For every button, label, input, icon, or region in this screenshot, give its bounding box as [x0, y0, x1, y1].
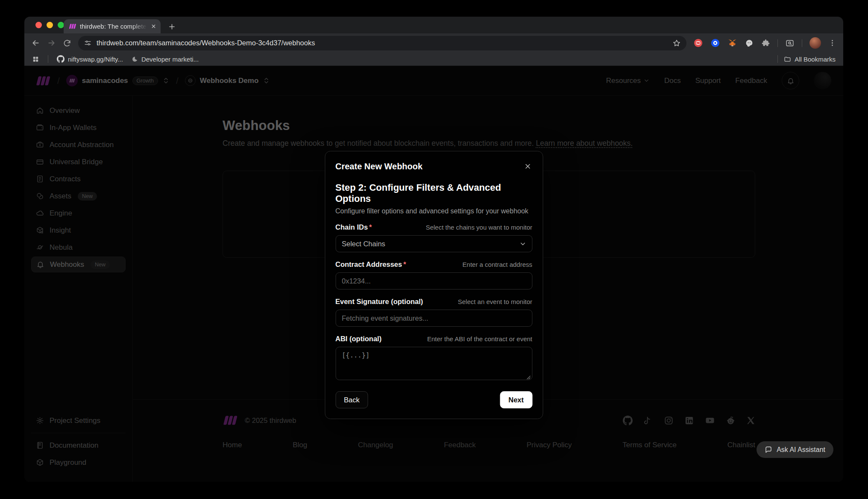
phantom-extension-icon[interactable]	[745, 38, 754, 48]
bookmark-item-niftyswap[interactable]: niftyswap.gg/Nifty...	[57, 55, 123, 63]
all-bookmarks-label: All Bookmarks	[795, 56, 836, 63]
github-icon	[57, 55, 65, 63]
contract-addresses-input[interactable]	[335, 272, 532, 289]
forward-icon[interactable]	[47, 38, 56, 47]
abi-helper: Enter the ABI of the contract or event	[427, 335, 532, 343]
chain-ids-label: Chain IDs*	[335, 223, 372, 231]
abi-label: ABI (optional)	[335, 335, 381, 343]
browser-tabstrip: thirdweb: The complete web3	[24, 17, 843, 33]
browser-menu-icon[interactable]	[828, 39, 836, 47]
metamask-extension-icon[interactable]	[727, 38, 737, 48]
zoom-window-button[interactable]	[58, 22, 64, 28]
new-tab-button[interactable]	[168, 23, 176, 31]
event-signature-helper: Select an event to monitor	[458, 298, 532, 305]
bookmark-label: Developer marketi...	[141, 56, 199, 63]
modal-step-title: Step 2: Configure Filters & Advanced Opt…	[335, 182, 532, 204]
back-icon[interactable]	[31, 38, 40, 47]
chat-bubble-icon	[765, 446, 772, 454]
select-chains-dropdown[interactable]: Select Chains	[335, 235, 532, 252]
bookmark-star-icon[interactable]	[672, 39, 681, 47]
toolbar-separator	[802, 39, 802, 47]
back-button[interactable]: Back	[335, 391, 368, 408]
all-bookmarks-button[interactable]: All Bookmarks	[784, 56, 836, 63]
site-settings-icon[interactable]	[84, 39, 92, 47]
create-webhook-modal: Create New Webhook Step 2: Configure Fil…	[325, 151, 543, 419]
field-contract-addresses: Contract Addresses* Enter a contract add…	[335, 260, 532, 289]
field-event-signature: Event Signature (optional) Select an eve…	[335, 298, 532, 327]
traffic-lights	[35, 22, 64, 28]
crescent-icon	[132, 56, 138, 62]
select-chains-value: Select Chains	[342, 240, 385, 248]
toolbar-separator	[777, 39, 778, 47]
field-chain-ids: Chain IDs* Select the chains you want to…	[335, 223, 532, 252]
ask-ai-label: Ask AI Assistant	[777, 446, 825, 454]
ask-ai-assistant-button[interactable]: Ask AI Assistant	[757, 441, 833, 458]
modal-close-button[interactable]	[523, 162, 532, 171]
url-text[interactable]: thirdweb.com/team/saminacodes/Webhooks-D…	[97, 39, 668, 47]
event-signature-label: Event Signature (optional)	[335, 298, 423, 306]
bookmarks-separator	[48, 55, 48, 63]
extension-red-wallet-icon[interactable]	[693, 38, 703, 48]
close-icon	[524, 162, 531, 170]
required-asterisk: *	[369, 223, 372, 231]
bookmark-label: niftyswap.gg/Nifty...	[68, 56, 123, 63]
bookmarks-separator	[777, 55, 778, 63]
extensions-row	[693, 37, 836, 49]
browser-window: thirdweb: The complete web3 thirdweb.com…	[24, 17, 843, 482]
extension-blue-wallet-icon[interactable]	[710, 38, 720, 48]
field-abi: ABI (optional) Enter the ABI of the cont…	[335, 335, 532, 382]
required-asterisk: *	[403, 260, 406, 268]
next-button[interactable]: Next	[500, 391, 532, 408]
modal-step-subtitle: Configure filter options and advanced se…	[335, 207, 532, 215]
thirdweb-favicon	[69, 24, 76, 29]
abi-textarea[interactable]	[335, 347, 532, 380]
contract-addresses-label: Contract Addresses*	[335, 260, 406, 269]
event-signature-input[interactable]	[335, 310, 532, 327]
tab-title: thirdweb: The complete web3	[80, 23, 147, 30]
reload-icon[interactable]	[63, 39, 71, 47]
browser-toolbar: thirdweb.com/team/saminacodes/Webhooks-D…	[24, 33, 843, 53]
page-viewport: / saminacodes Growth / Webhooks Demo	[24, 66, 843, 482]
close-window-button[interactable]	[35, 22, 42, 28]
address-bar[interactable]: thirdweb.com/team/saminacodes/Webhooks-D…	[78, 36, 686, 50]
browser-tab[interactable]: thirdweb: The complete web3	[64, 19, 161, 33]
contract-addresses-helper: Enter a contract address	[463, 261, 532, 268]
chain-ids-helper: Select the chains you want to monitor	[426, 224, 532, 231]
extensions-puzzle-icon[interactable]	[761, 38, 770, 47]
minimize-window-button[interactable]	[47, 22, 53, 28]
tab-close-icon[interactable]	[151, 24, 156, 29]
folder-icon	[784, 56, 791, 63]
apps-grid-icon[interactable]	[32, 56, 39, 63]
bookmark-item-developer-marketing[interactable]: Developer marketi...	[132, 56, 199, 63]
tab-search-icon[interactable]	[785, 38, 795, 48]
resize-handle-icon[interactable]	[526, 375, 531, 380]
bookmarks-bar: niftyswap.gg/Nifty... Developer marketi.…	[24, 53, 843, 66]
modal-title: Create New Webhook	[335, 162, 422, 171]
chevron-down-icon	[519, 240, 526, 248]
browser-profile-avatar[interactable]	[809, 37, 821, 49]
